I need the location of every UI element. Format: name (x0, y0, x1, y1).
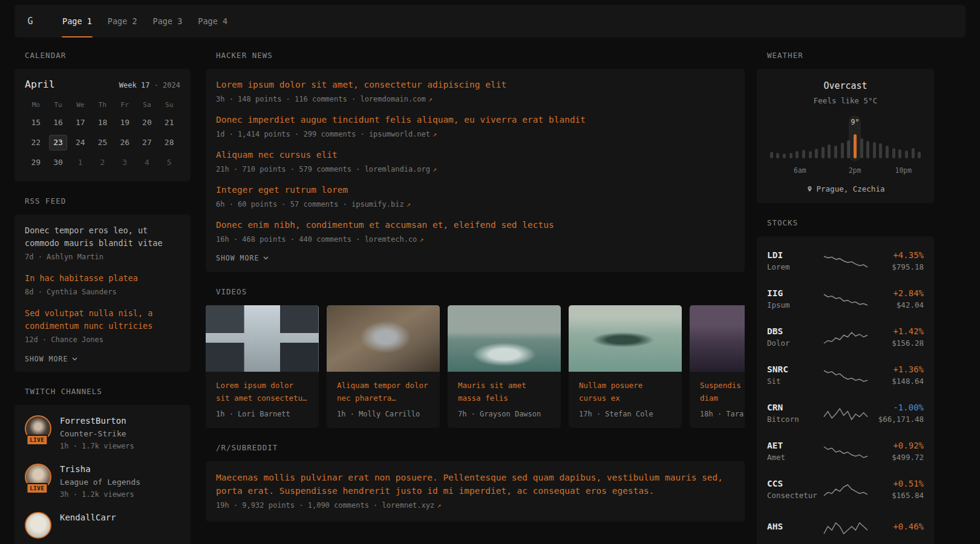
calendar-day[interactable]: 25 (93, 135, 111, 151)
video-thumbnail[interactable] (327, 305, 440, 372)
hackernews-item: Donec imperdiet augue tincidunt felis al… (216, 114, 734, 140)
stock-row[interactable]: CRN Bitcorn -1.00% $66,171.48 (767, 394, 924, 432)
weather-hour-bar (858, 115, 865, 161)
calendar-day[interactable]: 21 (160, 115, 178, 131)
calendar-day[interactable]: 5 (160, 155, 178, 170)
calendar-week: Week 17 · 2024 (119, 81, 180, 89)
calendar-day[interactable]: 27 (138, 135, 156, 151)
rss-item-title[interactable]: Sed volutpat nulla nisl, a condimentum n… (25, 307, 180, 332)
weather-hour-bar (884, 115, 890, 161)
stock-sparkline (823, 520, 869, 536)
hackernews-item-title[interactable]: Donec imperdiet augue tincidunt felis al… (216, 114, 734, 126)
external-link-icon[interactable]: ↗ (433, 130, 437, 138)
weather-location: Prague, Czechia (767, 184, 924, 193)
calendar-day[interactable]: 26 (116, 135, 134, 151)
external-link-icon[interactable]: ↗ (419, 235, 423, 244)
video-meta: 1h · Molly Carrillo (337, 410, 430, 418)
hackernews-item-title[interactable]: Aliquam nec cursus elit (216, 149, 734, 161)
external-link-icon[interactable]: ↗ (433, 165, 437, 173)
video-title[interactable]: Nullam posuere cursus ex (579, 379, 671, 404)
stock-row[interactable]: AET Amet +0.92% $499.72 (767, 432, 924, 470)
channel-name: KendallCarr (60, 512, 116, 523)
video-title[interactable]: Lorem ipsum dolor sit amet consectetu… (216, 379, 309, 404)
page-tab[interactable]: Page 4 (190, 5, 235, 37)
video-title[interactable]: Mauris sit amet massa felis (458, 379, 550, 404)
stock-row[interactable]: IIG Ipsum +2.84% $42.04 (767, 280, 924, 318)
hackernews-item-source[interactable]: ipsumworld.net (369, 130, 430, 138)
weather-hour-bar (788, 115, 794, 161)
channel-game: League of Legends (60, 477, 140, 487)
weather-hour-bar (832, 115, 839, 161)
hackernews-item-title[interactable]: Integer eget rutrum lorem (216, 184, 734, 196)
right-column: WEATHER Overcast Feels like 5°C 9° 6am 2… (757, 42, 934, 544)
calendar-day[interactable]: 18 (93, 115, 111, 131)
external-link-icon[interactable]: ↗ (437, 501, 441, 510)
calendar-day[interactable]: 1 (71, 155, 90, 170)
hackernews-item-stats: 3h · 148 points · 116 comments · (216, 95, 360, 103)
calendar-day[interactable]: 17 (71, 115, 90, 131)
video-title[interactable]: Aliquam tempor dolor nec pharetra… (337, 379, 430, 404)
external-link-icon[interactable]: ↗ (428, 95, 433, 103)
hackernews-item-title[interactable]: Donec enim nibh, condimentum et accumsan… (216, 219, 734, 232)
rss-card: Donec tempor eros leo, ut commodo mauris… (15, 215, 191, 372)
external-link-icon[interactable]: ↗ (407, 200, 411, 209)
calendar-day[interactable]: 19 (116, 115, 134, 131)
stock-row[interactable]: LDI Lorem +4.35% $795.18 (767, 242, 924, 280)
hackernews-item-title[interactable]: Lorem ipsum dolor sit amet, consectetur … (216, 79, 734, 91)
hackernews-item-source[interactable]: ipsumify.biz (351, 200, 404, 209)
page-tab[interactable]: Page 2 (100, 5, 145, 37)
video-thumbnail[interactable] (690, 305, 745, 372)
weather-feels-like: Feels like 5°C (767, 96, 924, 106)
calendar-day[interactable]: 4 (138, 155, 156, 170)
subreddit-post-source[interactable]: loremnet.xyz (382, 501, 435, 510)
stock-change: +4.35% (869, 250, 924, 261)
hackernews-show-more-button[interactable]: SHOW MORE (216, 254, 734, 262)
video-thumbnail[interactable] (448, 305, 561, 372)
page-tab-label: Page 1 (62, 16, 92, 26)
calendar-day[interactable]: 15 (27, 115, 45, 131)
rss-item: In hac habitasse platea 8d · Cynthia Sau… (25, 272, 180, 297)
calendar-day[interactable]: 30 (49, 155, 67, 170)
videos-widget: VIDEOS Lorem ipsum dolor sit amet consec… (206, 287, 745, 428)
calendar-day-header: Th (99, 101, 106, 109)
twitch-channel-row[interactable]: KendallCarr (25, 512, 180, 539)
video-thumbnail[interactable] (206, 305, 319, 372)
subreddit-post-title[interactable]: Maecenas mollis pulvinar erat non posuer… (216, 471, 734, 497)
videos-row: Lorem ipsum dolor sit amet consectetu… 1… (206, 305, 745, 428)
stock-row[interactable]: DBS Dolor +1.42% $156.28 (767, 318, 924, 356)
calendar-day[interactable]: 3 (116, 155, 134, 170)
stock-row[interactable]: SNRC Sit +1.36% $148.64 (767, 356, 924, 394)
weather-hour-bar (807, 115, 814, 161)
video-card: Aliquam tempor dolor nec pharetra… 1h · … (327, 305, 440, 428)
calendar-day[interactable]: 29 (27, 155, 45, 170)
app-logo[interactable]: G (15, 5, 46, 37)
hackernews-item-source[interactable]: loremtech.co (365, 235, 417, 244)
rss-item-title[interactable]: In hac habitasse platea (25, 272, 180, 285)
twitch-channel-row[interactable]: LIVE Trisha League of Legends 3h · 1.2k … (25, 464, 180, 499)
calendar-day[interactable]: 28 (160, 135, 178, 151)
calendar-day[interactable]: 24 (71, 135, 90, 151)
twitch-card: LIVE ForrestBurton Counter-Strike 1h · 1… (15, 405, 191, 544)
calendar-day[interactable]: 2 (93, 155, 111, 170)
page-tab[interactable]: Page 1 (54, 5, 100, 37)
hackernews-item-source[interactable]: loremlandia.org (365, 165, 430, 173)
stock-row[interactable]: CCS Consectetur +0.51% $165.84 (767, 470, 924, 508)
calendar-day[interactable]: 23 (49, 135, 67, 151)
stock-row[interactable]: AHS +0.46% (767, 508, 924, 544)
video-thumbnail[interactable] (569, 305, 682, 372)
channel-meta: 3h · 1.2k viewers (60, 490, 140, 499)
calendar-day[interactable]: 16 (49, 115, 67, 131)
video-title[interactable]: Suspendis diam (700, 379, 745, 404)
stock-sparkline (823, 329, 869, 345)
rss-show-more-button[interactable]: SHOW MORE (25, 355, 180, 363)
weather-hour-bar (820, 115, 826, 161)
calendar-day[interactable]: 20 (138, 115, 156, 131)
calendar-day-header: Fr (121, 101, 129, 109)
hackernews-item-source[interactable]: loremdomain.com (360, 95, 425, 103)
page-tab[interactable]: Page 3 (145, 5, 191, 37)
stocks-card: LDI Lorem +4.35% $795.18 IIG Ipsum +2.84… (757, 236, 934, 544)
twitch-channel-row[interactable]: LIVE ForrestBurton Counter-Strike 1h · 1… (25, 415, 180, 451)
rss-item-title[interactable]: Donec tempor eros leo, ut commodo mauris… (25, 224, 180, 250)
calendar-day[interactable]: 22 (27, 135, 45, 151)
calendar-day-header: We (76, 101, 84, 109)
